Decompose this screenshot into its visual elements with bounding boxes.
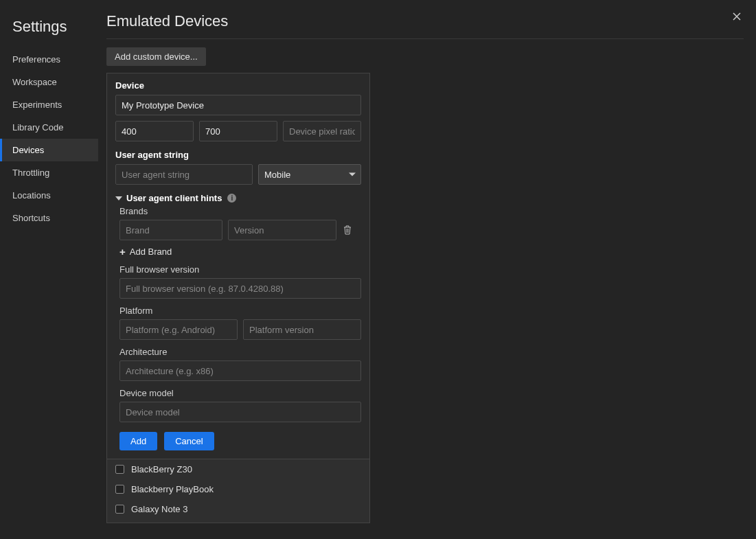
device-pixel-ratio-input[interactable]	[283, 121, 361, 141]
cancel-button[interactable]: Cancel	[164, 432, 214, 450]
device-checkbox[interactable]	[115, 485, 124, 494]
sidebar-item-preferences[interactable]: Preferences	[0, 48, 98, 71]
page-title: Emulated Devices	[106, 12, 744, 39]
delete-brand-button[interactable]	[342, 225, 353, 235]
brands-label: Brands	[119, 206, 361, 216]
settings-sidebar: Settings Preferences Workspace Experimen…	[0, 0, 98, 539]
close-icon	[733, 12, 741, 21]
brand-input[interactable]	[119, 220, 222, 240]
sidebar-item-devices[interactable]: Devices	[0, 139, 98, 161]
brand-version-input[interactable]	[228, 220, 336, 240]
platform-input[interactable]	[119, 319, 238, 340]
add-brand-label: Add Brand	[130, 246, 172, 257]
device-list-row[interactable]: BlackBerry Z30	[107, 459, 369, 479]
sidebar-item-throttling[interactable]: Throttling	[0, 161, 98, 184]
device-form: Device User agent string Mobile	[107, 73, 369, 459]
device-checkbox[interactable]	[115, 465, 124, 474]
ua-type-select[interactable]: Mobile	[258, 164, 361, 185]
user-agent-label: User agent string	[115, 150, 361, 160]
sidebar-item-workspace[interactable]: Workspace	[0, 71, 98, 93]
sidebar-item-label: Shortcuts	[12, 213, 50, 223]
add-brand-button[interactable]: + Add Brand	[119, 246, 361, 257]
sidebar-item-label: Throttling	[12, 168, 49, 178]
plus-icon: +	[119, 246, 126, 257]
device-name-input[interactable]	[115, 95, 361, 115]
add-button[interactable]: Add	[119, 432, 157, 450]
user-agent-input[interactable]	[115, 164, 253, 185]
device-list-item-label: Galaxy Note 3	[131, 504, 187, 514]
sidebar-item-locations[interactable]: Locations	[0, 184, 98, 207]
device-width-input[interactable]	[115, 121, 194, 141]
architecture-input[interactable]	[119, 360, 361, 381]
device-model-input[interactable]	[119, 402, 361, 422]
main-panel: Emulated Devices Add custom device... De…	[98, 0, 756, 539]
sidebar-title: Settings	[0, 12, 98, 48]
sidebar-item-experiments[interactable]: Experiments	[0, 93, 98, 116]
sidebar-item-library-code[interactable]: Library Code	[0, 116, 98, 139]
device-height-input[interactable]	[199, 121, 277, 141]
device-list-row[interactable]: Blackberry PlayBook	[107, 479, 369, 499]
architecture-label: Architecture	[119, 347, 361, 357]
device-model-label: Device model	[119, 388, 361, 398]
platform-label: Platform	[119, 306, 361, 316]
sidebar-item-label: Workspace	[12, 77, 57, 87]
sidebar-item-label: Preferences	[12, 54, 60, 65]
device-label: Device	[115, 80, 361, 91]
add-custom-device-button[interactable]: Add custom device...	[106, 47, 206, 66]
close-button[interactable]	[730, 10, 744, 23]
full-browser-version-label: Full browser version	[119, 264, 361, 275]
chevron-down-icon	[115, 196, 122, 200]
device-list-row[interactable]: Galaxy Note 3	[107, 499, 369, 519]
sidebar-item-label: Library Code	[12, 122, 63, 133]
ua-type-select-wrap: Mobile	[258, 164, 361, 185]
trash-icon	[343, 225, 352, 235]
info-icon[interactable]: i	[227, 194, 236, 203]
platform-version-input[interactable]	[243, 319, 361, 340]
sidebar-item-label: Experiments	[12, 100, 62, 110]
sidebar-item-label: Devices	[12, 145, 44, 155]
sidebar-item-shortcuts[interactable]: Shortcuts	[0, 207, 98, 229]
device-list-item-label: Blackberry PlayBook	[131, 484, 214, 494]
device-checkbox[interactable]	[115, 505, 124, 514]
device-list-item-label: BlackBerry Z30	[131, 464, 192, 474]
ua-client-hints-body: Brands + Add Brand Full browser version	[115, 206, 361, 450]
device-form-panel: Device User agent string Mobile	[106, 73, 370, 523]
sidebar-item-label: Locations	[12, 190, 51, 200]
device-list: BlackBerry Z30 Blackberry PlayBook Galax…	[107, 459, 369, 523]
ua-client-hints-label: User agent client hints	[126, 193, 222, 203]
ua-client-hints-toggle[interactable]: User agent client hints i	[115, 193, 361, 203]
full-browser-version-input[interactable]	[119, 278, 361, 299]
